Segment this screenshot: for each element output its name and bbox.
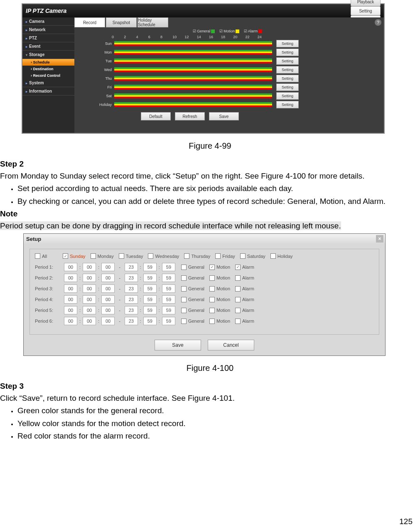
checkbox-all[interactable] [35, 253, 40, 259]
default-button[interactable]: Default [141, 112, 171, 120]
time-input[interactable]: 23 [125, 263, 138, 271]
time-input[interactable]: 59 [143, 295, 157, 304]
close-icon[interactable]: × [376, 235, 383, 243]
time-input[interactable]: 59 [162, 317, 175, 325]
checkbox-saturday[interactable] [240, 253, 246, 259]
sidebar-item-system[interactable]: System [22, 79, 74, 87]
checkbox-alarm[interactable] [235, 275, 241, 281]
figure-caption-99: Figure 4-99 [0, 141, 420, 151]
time-input[interactable]: 23 [125, 306, 138, 314]
note-body: Period setup can be done by dragging in … [0, 221, 341, 230]
tab-snapshot[interactable]: Snapshot [106, 17, 137, 27]
time-input[interactable]: 00 [101, 284, 115, 293]
cancel-button[interactable]: Cancel [208, 340, 254, 351]
sidebar-item-network[interactable]: Network [22, 26, 74, 34]
time-input[interactable]: 00 [101, 274, 115, 282]
sidebar-item-camera[interactable]: Camera [22, 17, 74, 26]
time-input[interactable]: 59 [162, 284, 175, 293]
checkbox-motion[interactable]: ✓ [209, 265, 215, 270]
help-icon[interactable]: ? [375, 19, 381, 26]
time-input[interactable]: 00 [83, 317, 96, 325]
schedule-row-sat: SatSetting [74, 91, 384, 100]
time-input[interactable]: 59 [162, 274, 175, 282]
checkbox-general[interactable] [181, 286, 187, 292]
time-input[interactable]: 00 [83, 295, 96, 304]
sidebar-item-information[interactable]: Information [22, 87, 74, 96]
time-input[interactable]: 00 [64, 295, 77, 304]
time-input[interactable]: 00 [101, 263, 115, 271]
time-input[interactable]: 59 [162, 263, 175, 271]
tab-holiday-schedule[interactable]: Holiday Schedule [138, 17, 168, 27]
time-input[interactable]: 00 [101, 295, 115, 304]
checkbox-alarm[interactable] [235, 286, 241, 292]
time-input[interactable]: 00 [83, 263, 96, 271]
time-input[interactable]: 23 [125, 295, 138, 304]
sidebar-sub-destination[interactable]: › Destination [22, 66, 74, 72]
checkbox-motion[interactable] [209, 308, 215, 313]
time-input[interactable]: 00 [64, 263, 77, 271]
sidebar-item-event[interactable]: Event [22, 42, 74, 51]
sidebar-sub-record-control[interactable]: › Record Control [22, 72, 74, 79]
nav-setting[interactable]: Setting [351, 6, 381, 15]
row-setting-button[interactable]: Setting [276, 57, 299, 65]
checkbox-motion[interactable] [209, 286, 215, 292]
checkbox-tuesday[interactable] [119, 253, 124, 259]
time-input[interactable]: 59 [143, 317, 157, 325]
time-input[interactable]: 59 [162, 295, 175, 304]
page-number: 125 [399, 517, 413, 526]
checkbox-general[interactable] [181, 297, 187, 302]
sidebar-sub-schedule[interactable]: › Schedule [22, 59, 74, 66]
checkbox-alarm[interactable]: ✓ [235, 265, 241, 270]
checkbox-motion[interactable] [209, 297, 215, 302]
checkbox-thursday[interactable] [184, 253, 189, 259]
time-input[interactable]: 00 [83, 274, 96, 282]
time-input[interactable]: 00 [64, 284, 77, 293]
row-setting-button[interactable]: Setting [276, 75, 299, 82]
checkbox-general[interactable] [181, 308, 187, 313]
checkbox-motion[interactable] [209, 275, 215, 281]
time-input[interactable]: 00 [64, 306, 77, 314]
time-input[interactable]: 00 [64, 317, 77, 325]
row-setting-button[interactable]: Setting [276, 40, 299, 47]
time-input[interactable]: 00 [101, 306, 115, 314]
checkbox-friday[interactable] [215, 253, 221, 259]
time-input[interactable]: 00 [83, 306, 96, 314]
checkbox-alarm[interactable] [235, 297, 241, 302]
checkbox-monday[interactable] [91, 253, 96, 259]
time-input[interactable]: 23 [125, 284, 138, 293]
checkbox-wednesday[interactable] [148, 253, 153, 259]
row-setting-button[interactable]: Setting [276, 83, 299, 91]
step2-body: From Monday to Sunday select record time… [0, 170, 418, 182]
checkbox-alarm[interactable] [235, 319, 241, 324]
save-button[interactable]: Save [209, 112, 239, 120]
time-input[interactable]: 00 [83, 284, 96, 293]
time-input[interactable]: 59 [143, 306, 157, 314]
row-setting-button[interactable]: Setting [276, 49, 299, 56]
nav-playback[interactable]: Playback [351, 0, 381, 6]
time-input[interactable]: 00 [101, 317, 115, 325]
row-setting-button[interactable]: Setting [276, 101, 299, 108]
checkbox-sunday[interactable]: ✓ [63, 253, 68, 259]
checkbox-general[interactable] [181, 319, 187, 324]
time-input[interactable]: 59 [162, 306, 175, 314]
row-setting-button[interactable]: Setting [276, 66, 299, 74]
period-row-5: Period 5:00:00:00-23:59:59GeneralMotionA… [35, 306, 374, 314]
time-input[interactable]: 59 [143, 284, 157, 293]
checkbox-general[interactable] [181, 275, 187, 281]
sidebar-item-storage[interactable]: Storage [22, 51, 74, 59]
refresh-button[interactable]: Refresh [175, 112, 205, 120]
time-input[interactable]: 23 [125, 274, 138, 282]
checkbox-holiday[interactable] [270, 253, 276, 259]
sidebar-item-ptz[interactable]: PTZ [22, 34, 74, 42]
checkbox-general[interactable] [181, 265, 187, 270]
save-button[interactable]: Save [155, 340, 201, 351]
row-setting-button[interactable]: Setting [276, 92, 299, 100]
time-input[interactable]: 00 [64, 274, 77, 282]
time-input[interactable]: 23 [125, 317, 138, 325]
time-input[interactable]: 59 [143, 274, 157, 282]
tab-record[interactable]: Record [74, 17, 105, 27]
time-input[interactable]: 59 [143, 263, 157, 271]
step3-bullet-3: Red color stands for the alarm record. [17, 430, 418, 442]
checkbox-alarm[interactable] [235, 308, 241, 313]
checkbox-motion[interactable] [209, 319, 215, 324]
